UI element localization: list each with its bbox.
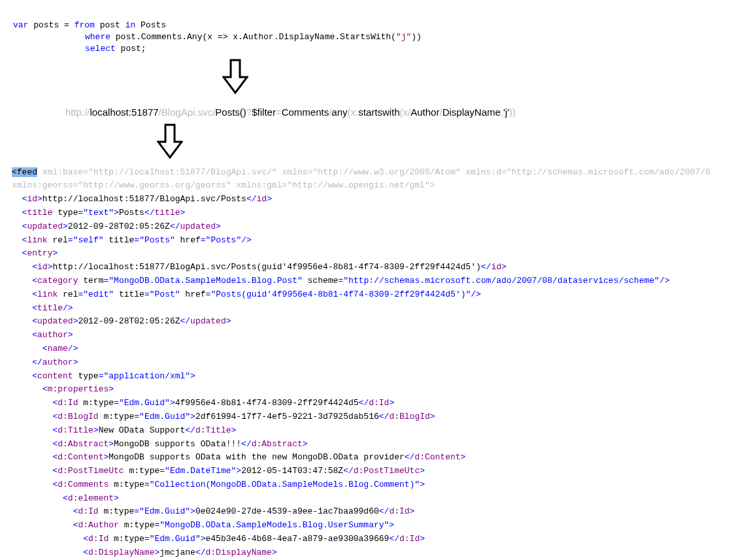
xml-val: "Edm.Guid"	[139, 412, 190, 421]
xml-tag: id	[37, 262, 48, 272]
xml-attr: m:type	[114, 480, 144, 489]
xml-tag: author	[37, 330, 68, 340]
xml-tag: id	[27, 194, 37, 204]
xml-line: <id>http://localhost:51877/BlogApi.svc/P…	[12, 193, 741, 206]
xml-attr: rel	[52, 235, 67, 245]
xml-tag: d:Id	[78, 506, 98, 516]
text: ))	[411, 32, 422, 42]
xml-text: jmcjane	[159, 548, 195, 557]
string-literal: "j"	[396, 32, 411, 42]
xml-line: <author>	[12, 329, 741, 342]
text: post;	[116, 44, 146, 54]
xml-val: "Edm.Guid"	[119, 398, 170, 408]
text: posts =	[28, 20, 74, 30]
xml-tag: d:PostTimeUtc	[354, 466, 420, 476]
xml-text: 0e024e90-27de-4539-a9ee-1ac7baa99d60	[195, 506, 379, 516]
xml-val: "MongoDB.OData.SampleModels.Blog.UserSum…	[159, 520, 389, 530]
xml-attr: m:type	[103, 506, 134, 516]
xml-val: "application/xml"	[103, 371, 190, 381]
xml-tag: d:PostTimeUtc	[58, 466, 124, 476]
xml-feed-selected: <feed	[12, 167, 37, 177]
text: post	[95, 20, 126, 30]
url-part: 'j'	[503, 107, 509, 118]
url-part: /BlogApi.svc/	[159, 107, 216, 118]
xml-tag: d:Title	[58, 425, 93, 435]
xml-attr: href	[180, 235, 201, 245]
keyword-select: select	[85, 44, 116, 54]
xml-line: <id>http://localhost:51877/BlogApi.svc/P…	[12, 261, 741, 274]
xml-val: "Edm.Guid"	[150, 534, 201, 544]
xml-tag: d:Abstract	[58, 439, 109, 449]
xml-val: "Edm.Guid"	[139, 506, 190, 516]
url-part: http://	[65, 107, 90, 118]
keyword-where: where	[85, 32, 110, 42]
xml-text: 2012-05-14T03:47:58Z	[241, 466, 343, 476]
url-part: ))	[509, 107, 516, 118]
xml-line: <m:properties>	[12, 383, 741, 397]
xml-tag: updated	[27, 222, 63, 231]
xml-tag: d:Id	[58, 398, 78, 408]
xml-line: <d:Comments m:type="Collection(MongoDB.O…	[12, 478, 741, 492]
xml-tag: d:Id	[369, 398, 389, 408]
xml-tag: d:DisplayName	[205, 548, 271, 557]
xml-val: "MongoDB.OData.SampleModels.Blog.Post"	[109, 276, 302, 286]
xml-attr: m:type	[114, 534, 144, 544]
arrow-down-2	[0, 124, 753, 163]
xml-tag: id	[257, 194, 267, 204]
xml-text: 4f9956e4-8b81-4f74-8309-2ff29f4424d5	[175, 398, 359, 408]
xml-tag: title	[155, 208, 180, 218]
url-part: startswith	[358, 107, 399, 118]
odata-url: http://localhost:51877/BlogApi.svc/Posts…	[0, 101, 753, 120]
xml-tag: title	[27, 208, 52, 218]
xml-attr: type	[78, 371, 98, 381]
xml-line: <d:BlogId m:type="Edm.Guid">2df61994-17f…	[12, 410, 741, 424]
xml-attr: term	[83, 276, 103, 286]
xml-line: <category term="MongoDB.OData.SampleMode…	[12, 274, 741, 288]
xml-text: MongoDB supports OData with the new Mong…	[109, 452, 404, 462]
xml-line: <d:Id m:type="Edm.Guid">4f9956e4-8b81-4f…	[12, 397, 741, 410]
linq-query: var posts = from post in Posts where pos…	[0, 0, 753, 56]
xml-attr: type	[58, 208, 78, 218]
text: Posts	[135, 20, 166, 30]
xml-val: "Posts"	[206, 235, 242, 245]
xml-tag: d:Title	[195, 425, 231, 435]
xml-attrs-gray: xml:base="http://localhost:51877/BlogApi…	[37, 167, 711, 177]
url-part: =	[276, 107, 282, 118]
xml-line: <d:element>	[12, 492, 741, 506]
xml-tag: title	[37, 303, 63, 313]
url-part: (x:	[348, 107, 359, 118]
xml-text: 2df61994-17f7-4ef5-9221-3d7925dab516	[195, 412, 379, 421]
xml-line: <d:Content>MongoDB supports OData with t…	[12, 451, 741, 465]
xml-tag: updated	[180, 222, 216, 231]
xml-val: "Posts(guid'4f9956e4-8b81-4f74-8309-2ff2…	[210, 289, 471, 299]
xml-val: "Posts"	[139, 235, 175, 245]
xml-val: "Collection(MongoDB.OData.SampleModels.B…	[150, 480, 420, 489]
arrow-down-icon	[157, 124, 183, 160]
url-part: DisplayName	[443, 107, 501, 118]
xml-line: <d:Abstract>MongoDB supports OData!!!</d…	[12, 438, 741, 452]
xml-attr: m:type	[83, 398, 114, 408]
xml-response: <feed xml:base="http://localhost:51877/B…	[0, 166, 753, 560]
xml-text: 2012-09-28T02:05:26Z	[68, 222, 170, 231]
xml-text: http://localhost:51877/BlogApi.svc/Posts	[42, 194, 246, 204]
xml-text: MongoDB supports OData!!!	[114, 439, 241, 449]
linq-line-2: where post.Comments.Any(x => x.Author.Di…	[13, 31, 753, 43]
xml-attr: scheme	[308, 276, 339, 286]
xml-line: <d:Author m:type="MongoDB.OData.SampleMo…	[12, 519, 741, 533]
xml-tag: d:Content	[58, 452, 103, 462]
xml-val: "self"	[73, 235, 104, 245]
xml-tag: content	[37, 371, 73, 381]
xml-tag: m:properties	[48, 384, 109, 394]
arrow-down-icon	[222, 59, 248, 95]
xml-tag: d:Comments	[58, 480, 109, 489]
xml-tag: d:Id	[88, 534, 109, 544]
xml-line: <entry>	[12, 247, 741, 261]
xml-tag: link	[37, 289, 58, 299]
xml-line: <feed xml:base="http://localhost:51877/B…	[12, 166, 741, 180]
xml-tag: d:element	[68, 493, 114, 503]
xml-val: "Post"	[150, 289, 180, 299]
xml-tag: id	[491, 262, 501, 272]
xml-line: <title/>	[12, 302, 741, 316]
keyword-var: var	[13, 20, 28, 30]
url-part: Comments	[282, 107, 329, 118]
